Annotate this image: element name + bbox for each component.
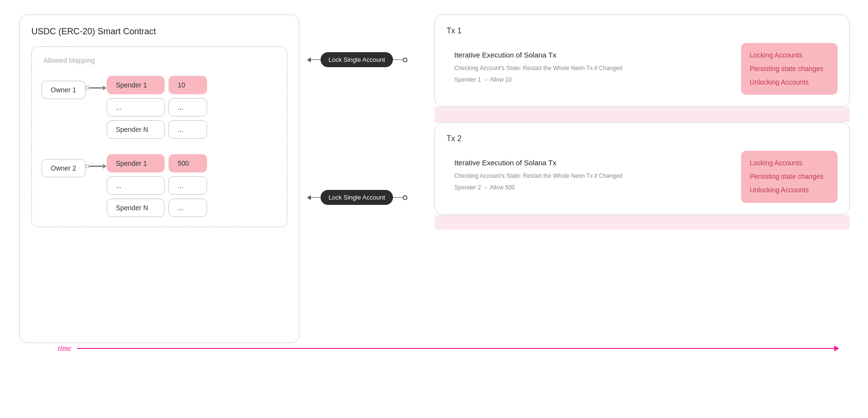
allowed-mapping-label: Allowed Mapping [43, 57, 277, 64]
smart-contract-box: USDC (ERC-20) Smart Contract Allowed Map… [19, 14, 299, 343]
owner1-ellipsis-val: ... [168, 98, 207, 116]
owner2-box: Owner 2 [42, 159, 85, 177]
owner2-dot [85, 164, 89, 168]
owner1-spenderN-cell: Spender N [107, 120, 165, 139]
tx2-inner: Iterative Execution of Solana Tx Checkin… [447, 151, 838, 202]
owner2-spenderN-row: Spender N ... [107, 199, 207, 217]
tx1-step3: Unlocking Accounts [750, 77, 829, 88]
time-axis: time [58, 344, 839, 353]
owner1-spender1-cell: Spender 1 [107, 76, 165, 94]
tx1-detail1: Checking Account's State: Restart the Wh… [454, 64, 726, 72]
lock2-line-left [311, 197, 321, 198]
smart-contract-section: USDC (ERC-20) Smart Contract Allowed Map… [19, 14, 280, 343]
tx2-step1: Locking Accounts [750, 158, 829, 169]
lock1-connector: Lock Single Account [307, 52, 407, 67]
tx1-box: Tx 1 Iterative Execution of Solana Tx Ch… [434, 14, 850, 107]
owner1-ellipsis-cell: ... [107, 98, 165, 116]
tx1-label: Tx 1 [447, 27, 838, 35]
tx2-step3: Unlocking Accounts [750, 185, 829, 196]
tx1-detail2: Spender 1 → Allow 10 [454, 75, 726, 84]
owner1-row-wrap: Owner 1 [42, 76, 277, 139]
owner1-spenderN-row: Spender N ... [107, 120, 207, 139]
diagram: USDC (ERC-20) Smart Contract Allowed Map… [0, 0, 868, 377]
owner2-row-wrap: Owner 2 Spend [42, 154, 277, 217]
lock2-circle [403, 195, 407, 200]
lock2-arrow-left [307, 195, 311, 200]
tx1-steps-box: Locking Accounts Persisting state change… [741, 43, 838, 95]
tx2-steps-box: Locking Accounts Persisting state change… [741, 151, 838, 202]
owner2-spenderN-cell: Spender N [107, 199, 165, 217]
tx1-execution-title: Iterative Execution of Solana Tx [454, 51, 726, 59]
owner2-ellipsis-row: ... ... [107, 176, 207, 195]
owner2-conn-line [89, 166, 103, 167]
tx1-step1: Locking Accounts [750, 50, 829, 61]
owner1-dot [85, 86, 89, 90]
owner2-spender1-value: 500 [168, 154, 207, 173]
lock1-line-right [393, 59, 403, 60]
tx2-label: Tx 2 [447, 134, 838, 143]
tx1-execution-box: Iterative Execution of Solana Tx Checkin… [447, 43, 733, 95]
owner2-group: Owner 2 Spend [42, 154, 277, 217]
owner1-spenderN-val: ... [168, 120, 207, 139]
owner1-conn-line [89, 87, 103, 88]
tx2-detail2: Spender 2 → Allow 500 [454, 183, 726, 192]
owner2-label: Owner 2 [51, 164, 76, 172]
owner1-ellipsis-row: ... ... [107, 98, 207, 116]
owner1-spender-list: Spender 1 10 ... [107, 76, 207, 139]
tx2-step2: Persisting state changes [750, 171, 829, 183]
tx2-bottom-fill [434, 215, 850, 230]
lock1-circle [403, 58, 407, 62]
tx2-execution-title: Iterative Execution of Solana Tx [454, 159, 726, 167]
owner2-spenderN-val: ... [168, 199, 207, 217]
owner2-spender1-row: Spender 1 500 [107, 154, 207, 173]
tx2-box: Tx 2 Iterative Execution of Solana Tx Ch… [434, 122, 850, 215]
owner1-spender1-row: Spender 1 10 [107, 76, 207, 94]
lock2-line-right [393, 197, 403, 198]
tx1-step2: Persisting state changes [750, 63, 829, 75]
owner2-ellipsis-cell: ... [107, 176, 165, 195]
owner2-spender1-cell: Spender 1 [107, 154, 165, 173]
owner1-spender1-value: 10 [168, 76, 207, 94]
tx2-detail1: Checking Account's State: Restart the Wh… [454, 172, 726, 180]
lock1-arrow-left [307, 58, 311, 62]
smart-contract-title: USDC (ERC-20) Smart Contract [31, 27, 287, 37]
tx-gap-fill [434, 107, 850, 122]
owner2-arrow [103, 164, 107, 169]
owner1-group: Owner 1 [42, 76, 277, 139]
tx1-inner: Iterative Execution of Solana Tx Checkin… [447, 43, 838, 95]
lock2-connector: Lock Single Account [307, 190, 407, 205]
lock-button-1[interactable]: Lock Single Account [321, 52, 392, 67]
right-section: Tx 1 Iterative Execution of Solana Tx Ch… [434, 14, 850, 230]
tx2-execution-box: Iterative Execution of Solana Tx Checkin… [447, 151, 733, 202]
owner2-spender-list: Spender 1 500 ... [107, 154, 207, 217]
lock-button-2[interactable]: Lock Single Account [321, 190, 392, 205]
owner2-ellipsis-val: ... [168, 176, 207, 195]
time-arrow [834, 346, 839, 351]
middle-section: Lock Single Account Lock Single Account [280, 14, 434, 205]
owner1-label: Owner 1 [51, 86, 76, 94]
lock1-line-left [311, 59, 321, 60]
time-line [77, 348, 834, 349]
owner1-spender1-label: Spender 1 [116, 81, 147, 89]
owner1-box: Owner 1 [42, 81, 85, 99]
time-label: time [58, 344, 71, 353]
allowed-mapping-box: Allowed Mapping Owner 1 [31, 46, 287, 227]
owner1-arrow [103, 86, 107, 90]
